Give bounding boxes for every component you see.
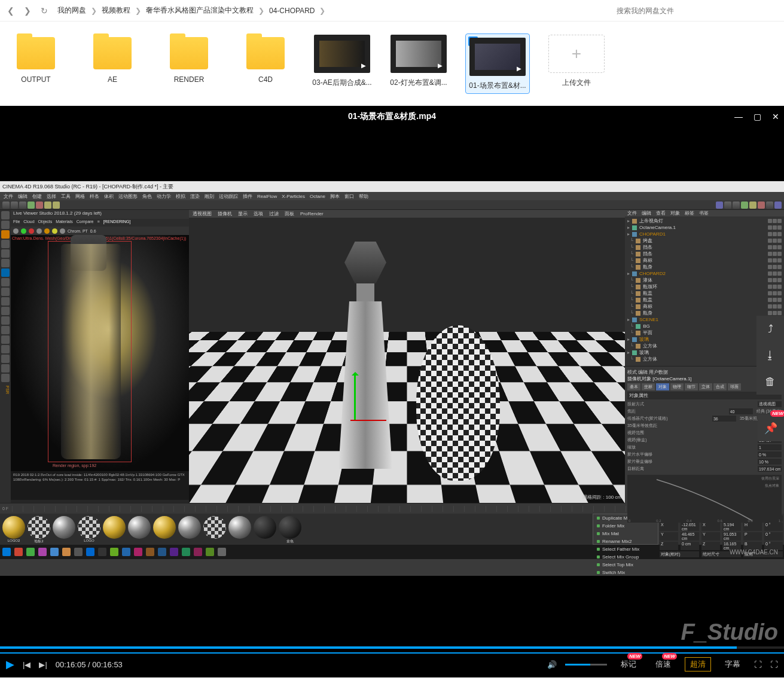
share-button[interactable]: ⤴ <box>756 316 784 342</box>
tool-icon[interactable] <box>1 335 10 344</box>
obj-row[interactable]: └商标 <box>626 257 783 264</box>
menu-item[interactable]: 角色 <box>142 193 152 200</box>
video-item-selected[interactable]: ✓ ▶ 01-场景布置&材... <box>465 33 530 94</box>
lv-icon[interactable] <box>29 228 34 234</box>
obj-row[interactable]: ▸CHOPARD2 <box>626 270 783 277</box>
mark-button[interactable]: 标记 NEW <box>615 657 642 671</box>
lv-menu[interactable]: Compare <box>77 219 94 226</box>
tool-icon[interactable] <box>2 202 10 209</box>
task-icon[interactable] <box>146 548 154 556</box>
vp-tab[interactable]: 面板 <box>285 210 294 217</box>
tool-icon[interactable] <box>1 374 10 382</box>
material-item[interactable]: LOGO2 <box>2 516 25 542</box>
tool-icon[interactable] <box>1 326 10 334</box>
tool-icon[interactable] <box>1 221 10 229</box>
material-shelf[interactable]: LOGO2 地板2 LOGO 金色 <box>0 514 593 545</box>
task-icon[interactable] <box>206 548 214 556</box>
om-tab[interactable]: 标签 <box>685 210 694 216</box>
tool-icon[interactable] <box>11 202 18 209</box>
vp-tab[interactable]: 过滤 <box>269 210 279 217</box>
menu-item[interactable]: 选择 <box>47 193 56 200</box>
om-tab[interactable]: 书签 <box>699 210 709 216</box>
lv-icon[interactable] <box>60 228 65 234</box>
lv-menu[interactable]: Objects <box>38 219 53 226</box>
tool-icon[interactable] <box>1 259 10 267</box>
lv-icon[interactable] <box>52 228 57 234</box>
tool-icon[interactable] <box>19 202 26 209</box>
progress-bar[interactable] <box>0 646 784 649</box>
speed-button[interactable]: 倍速 NEW <box>650 657 676 671</box>
axis-gizmo[interactable] <box>350 373 356 421</box>
obj-row[interactable]: └挡条 <box>626 251 783 257</box>
video-item[interactable]: ▶ 03-AE后期合成&... <box>312 33 372 88</box>
lv-icon[interactable] <box>36 228 42 234</box>
attr-tab[interactable]: 合成 <box>713 383 727 390</box>
task-icon[interactable] <box>50 548 59 556</box>
close-icon[interactable]: ✕ <box>772 112 779 121</box>
tool-icon[interactable] <box>1 364 10 373</box>
folder-item[interactable]: RENDER <box>159 33 219 84</box>
volume-slider[interactable] <box>565 664 607 666</box>
ctx-item[interactable]: Switch Mix <box>593 569 658 576</box>
lv-menu[interactable]: File <box>13 219 20 226</box>
material-item[interactable] <box>178 516 201 539</box>
obj-row[interactable]: └瓶身 <box>626 264 783 270</box>
task-icon[interactable] <box>158 548 166 556</box>
om-tab[interactable]: 对象 <box>670 210 680 216</box>
attr-tab[interactable]: 细节 <box>685 383 698 390</box>
ctx-item[interactable]: Select Father Mix <box>593 545 658 553</box>
c4d-viewport[interactable]: 透视视图 摄像机 显示 选项 过滤 面板 ProRender 网格间距 : 10… <box>189 210 625 503</box>
attr-input[interactable] <box>758 401 782 407</box>
menu-item[interactable]: 运动图形 <box>118 193 138 200</box>
tool-icon[interactable] <box>733 202 740 209</box>
delete-button[interactable]: 🗑 <box>756 368 784 395</box>
task-icon[interactable] <box>182 548 190 556</box>
task-icon[interactable] <box>110 548 118 556</box>
material-item[interactable] <box>128 516 151 539</box>
pip-icon[interactable]: ⛶ <box>754 660 762 669</box>
material-item[interactable]: 地板2 <box>28 516 50 544</box>
ctx-item[interactable]: Select Mix Group <box>593 553 658 561</box>
nav-back-icon[interactable]: ❮ <box>5 5 17 17</box>
menu-item[interactable]: 工具 <box>61 193 71 200</box>
attr-tab[interactable]: 基本 <box>627 383 640 390</box>
ctx-item[interactable]: Folder Mix <box>593 522 658 530</box>
obj-row[interactable]: ▸OctaneCamera.1 <box>626 224 783 231</box>
breadcrumb-item[interactable]: 奢华香水风格图产品渲染中文教程 <box>146 5 254 16</box>
vp-tab[interactable]: 选项 <box>254 210 263 217</box>
menu-item[interactable]: Octane <box>310 194 325 199</box>
attr-tab[interactable]: 坐标 <box>642 383 655 390</box>
obj-row[interactable]: └瓶盖 <box>626 290 783 297</box>
video-item[interactable]: ▶ 02-灯光布置&调... <box>389 33 449 88</box>
attr-tab[interactable]: 球面 <box>728 383 741 390</box>
obj-row[interactable]: └瓶盖 <box>626 297 783 303</box>
attr-input[interactable] <box>758 466 782 472</box>
volume-icon[interactable]: 🔊 <box>547 660 557 669</box>
breadcrumb-item[interactable]: 视频教程 <box>102 5 130 16</box>
obj-row[interactable]: └商标 <box>626 303 783 310</box>
tool-icon[interactable] <box>1 278 10 286</box>
tool-icon[interactable] <box>1 307 10 315</box>
tool-icon[interactable] <box>758 202 765 209</box>
start-icon[interactable] <box>2 548 11 556</box>
menu-item[interactable]: X-Particles <box>282 194 305 199</box>
material-item[interactable] <box>228 516 251 539</box>
om-tab[interactable]: 编辑 <box>642 210 651 216</box>
tool-icon[interactable] <box>1 230 10 239</box>
quality-button[interactable]: 超清 <box>685 657 711 671</box>
prev-button[interactable]: |◀ <box>23 660 30 669</box>
breadcrumb-item[interactable]: 04-CHOPARD <box>269 7 315 15</box>
folder-item[interactable]: AE <box>83 33 142 84</box>
task-icon[interactable] <box>98 548 106 556</box>
tool-icon[interactable] <box>1 288 10 296</box>
menu-item[interactable]: 插件 <box>243 193 252 200</box>
curve-editor[interactable]: 使用自景深 焦点对象 0 0.2 0.4 0.6 0.8 1 <box>627 475 782 523</box>
menu-item[interactable]: 模拟 <box>176 193 185 200</box>
breadcrumb-item[interactable]: 我的网盘 <box>57 5 86 16</box>
tool-icon[interactable] <box>1 316 10 325</box>
attr-input[interactable] <box>712 416 736 422</box>
tool-icon[interactable] <box>716 202 723 209</box>
tool-icon[interactable] <box>741 202 748 209</box>
search-input[interactable] <box>612 4 779 18</box>
om-tab[interactable]: 查看 <box>656 210 666 216</box>
